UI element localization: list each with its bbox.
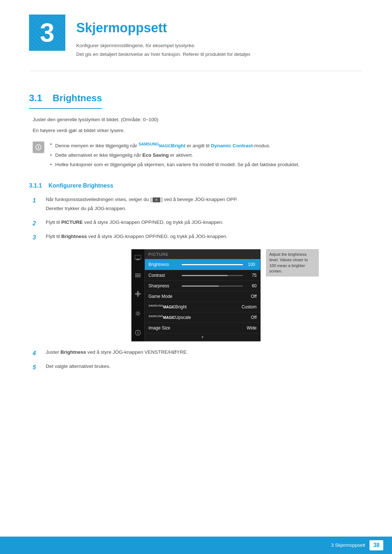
osd-icon-lines xyxy=(135,274,141,277)
svg-rect-10 xyxy=(137,293,139,295)
section-number: 3.1 xyxy=(29,93,42,103)
svg-point-11 xyxy=(137,312,139,315)
note-icon xyxy=(33,141,44,153)
osd-row-sharpness: Sharpness 60 xyxy=(145,281,260,291)
osd-row-gamemode: Game Mode Off xyxy=(145,291,260,302)
osd-row-magicupscale: SAMSUNGMAGICUpscale Off xyxy=(145,312,260,323)
note-item-1: Denne menyen er ikke tilgjengelig når SA… xyxy=(50,141,299,149)
osd-menu: PICTURE Brightness 100 Contrast xyxy=(144,249,261,342)
svg-rect-14 xyxy=(138,331,138,332)
chapter-number: 3 xyxy=(29,15,65,51)
svg-rect-13 xyxy=(138,332,138,334)
note-item-3: Hvilke funksjoner som er tilgjengelige p… xyxy=(50,161,299,168)
step-5: 5 Det valgte alternativet brukes. xyxy=(33,363,363,372)
section-heading: Brightness xyxy=(53,93,102,103)
note-box: Denne menyen er ikke tilgjengelig når SA… xyxy=(33,141,363,171)
osd-icon-screen xyxy=(135,255,141,260)
step-3: 3 Flytt til Brightness ved å styre JOG-k… xyxy=(33,233,363,242)
svg-rect-2 xyxy=(136,260,140,260)
osd-left-icons xyxy=(131,249,144,342)
note-list: Denne menyen er ikke tilgjengelig når SA… xyxy=(50,141,299,171)
svg-rect-5 xyxy=(135,276,141,277)
osd-arrow-down: ▼ xyxy=(145,333,260,341)
svg-rect-4 xyxy=(135,275,141,276)
chapter-desc1: Konfigurer skjerminnstillingene, for eks… xyxy=(76,42,252,49)
section-3-1: 3.1 Brightness Juster den generelle lyss… xyxy=(29,78,363,372)
svg-rect-1 xyxy=(137,259,139,260)
footer-chapter-label: 3 Skjermoppsett xyxy=(331,542,365,549)
svg-rect-0 xyxy=(135,255,141,259)
osd-container: PICTURE Brightness 100 Contrast xyxy=(131,249,261,342)
section-intro1: Juster den generelle lysstyrken til bild… xyxy=(29,116,363,123)
tooltip-box: Adjust the brightness level. Values clos… xyxy=(266,249,319,277)
step-1: 1 Når funksjonsstastveiledningen vises, … xyxy=(33,196,363,214)
page-content: 3 Skjermoppsett Konfigurer skjerminnstil… xyxy=(0,0,392,406)
section-title: 3.1 Brightness xyxy=(29,91,102,109)
osd-header: PICTURE xyxy=(145,250,260,259)
osd-row-contrast: Contrast 75 xyxy=(145,270,260,281)
chapter-desc2: Det gis en detaljert beskrivelse av hver… xyxy=(76,51,252,58)
svg-marker-9 xyxy=(139,293,141,295)
monitor-screenshot: PICTURE Brightness 100 Contrast xyxy=(29,249,363,342)
svg-marker-8 xyxy=(135,293,136,295)
svg-rect-3 xyxy=(135,274,141,274)
subsection-title: 3.1.1 Konfigurere Brightness xyxy=(29,181,363,190)
osd-icon-gear xyxy=(135,311,141,316)
osd-icon-move xyxy=(135,291,141,297)
osd-row-magicbright: SAMSUNGMAGICBright Custom xyxy=(145,302,260,312)
chapter-title-block: Skjermoppsett Konfigurer skjerminnstilli… xyxy=(76,15,252,60)
menu-icon: ≡ xyxy=(152,197,160,202)
chapter-header: 3 Skjermoppsett Konfigurer skjerminnstil… xyxy=(29,15,363,60)
osd-icon-info xyxy=(135,330,141,336)
svg-marker-7 xyxy=(137,295,139,297)
section-intro2: En høyere verdi gjør at bildet virker ly… xyxy=(29,127,363,134)
steps-list-4-5: 4 Juster Brightness ved å styre JOG-knap… xyxy=(33,349,363,372)
step-2: 2 Flytt til PICTURE ved å styre JOG-knap… xyxy=(33,219,363,228)
steps-list: 1 Når funksjonsstastveiledningen vises, … xyxy=(33,196,363,242)
page-footer: 3 Skjermoppsett 38 xyxy=(0,537,392,554)
step-4: 4 Juster Brightness ved å styre JOG-knap… xyxy=(33,349,363,358)
chapter-title: Skjermoppsett xyxy=(76,18,252,38)
footer-page-number: 38 xyxy=(369,540,383,550)
osd-row-imagesize: Image Size Wide xyxy=(145,323,260,333)
svg-marker-6 xyxy=(137,291,139,292)
osd-row-brightness: Brightness 100 xyxy=(145,259,260,270)
note-item-2: Dette alternativet er ikke tilgjengelig … xyxy=(50,152,299,159)
